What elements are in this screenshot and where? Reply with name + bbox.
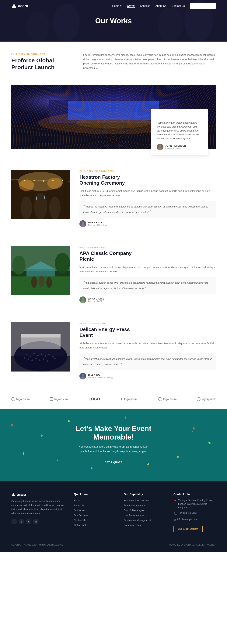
svg-point-69 bbox=[24, 357, 25, 359]
footer-link-works-anchor[interactable]: Our Works bbox=[74, 509, 86, 512]
nav-contact[interactable]: Contact Us bbox=[172, 4, 185, 7]
logo-1: logoipsum bbox=[11, 397, 30, 401]
footer-link-contact-anchor[interactable]: Contact Us bbox=[74, 519, 86, 522]
avatar-icon bbox=[157, 144, 163, 150]
svg-point-58 bbox=[37, 355, 39, 356]
logo4-icon: ✦ bbox=[120, 397, 123, 401]
footer-email-text: info@example.com bbox=[177, 518, 197, 522]
section4-inner: EVENT MANAGEMENT Delican Energy PressEve… bbox=[11, 322, 216, 380]
footer-link-contact[interactable]: Contact Us bbox=[74, 518, 116, 522]
get-quote-nav-button[interactable]: GET A QUOTE bbox=[190, 3, 216, 9]
logo-5: logoipsum bbox=[158, 397, 177, 401]
svg-point-67 bbox=[43, 358, 44, 360]
section2-author-info: MARY KATE Director of Hexatron bbox=[88, 221, 107, 226]
footer-cap-3[interactable]: Food & Beverages bbox=[124, 508, 166, 512]
footer-cap-4[interactable]: Live Performances bbox=[124, 514, 166, 517]
logo[interactable]: acara bbox=[11, 3, 28, 8]
linkedin-icon[interactable]: in bbox=[33, 519, 39, 524]
footer-quick-links: Home About Us Our Works Our Services Con… bbox=[74, 499, 116, 527]
footer-cap-5[interactable]: Destination Management bbox=[124, 518, 166, 522]
svg-point-47 bbox=[46, 277, 52, 288]
svg-rect-33 bbox=[36, 196, 37, 200]
section3-author: ANNA GRACE Director of APA bbox=[79, 296, 216, 303]
footer-cap-3-anchor[interactable]: Food & Beverages bbox=[124, 509, 144, 512]
section2-illustration bbox=[11, 170, 70, 219]
section1-tag: FULL-SERVICE PRODUCTION bbox=[11, 53, 76, 55]
footer-cap-6[interactable]: Company Picnic bbox=[124, 523, 166, 527]
svg-point-61 bbox=[48, 354, 50, 355]
footer-link-quote-anchor[interactable]: Get a Quote bbox=[74, 524, 87, 526]
section4-illustration bbox=[11, 322, 70, 372]
section2-body: Nisl, fusce dictum arcu id fames amet ma… bbox=[79, 189, 216, 198]
svg-point-60 bbox=[45, 355, 46, 357]
cta-body: Non consectetur libero enim vitae lorem … bbox=[74, 445, 153, 454]
nav-works[interactable]: Works bbox=[127, 4, 135, 8]
svg-point-57 bbox=[33, 353, 35, 354]
svg-rect-72 bbox=[21, 334, 61, 338]
author-title: CEO of Eroforce bbox=[165, 147, 186, 150]
cta-quote-button[interactable]: GET A QUOTE bbox=[100, 459, 127, 466]
section2-image bbox=[11, 170, 70, 219]
footer-cap-2[interactable]: Event Management bbox=[124, 504, 166, 507]
footer-cap-5-anchor[interactable]: Destination Management bbox=[124, 519, 151, 522]
section3-quote: "Sit placerat blandit sociis amet cras p… bbox=[79, 277, 216, 294]
section2-title: Hexatron FactoryOpening Ceremony bbox=[79, 174, 216, 186]
logo2-text: logoipsum' bbox=[54, 398, 68, 400]
section2-content: FULL-SERVICE PRODUCTION Hexatron Factory… bbox=[79, 170, 216, 227]
get-direction-button[interactable]: GET A DIRECTION bbox=[173, 526, 203, 532]
section3-avatar-icon bbox=[79, 296, 86, 303]
section4-author: BILLY JOE Manager of Delican Energy bbox=[79, 373, 216, 380]
footer-cap-2-anchor[interactable]: Event Management bbox=[124, 504, 145, 507]
svg-point-75 bbox=[81, 376, 85, 380]
footer-link-home-anchor[interactable]: Home bbox=[74, 499, 80, 502]
footer-capability-links: Full Service Production Event Management… bbox=[124, 499, 166, 527]
svg-point-62 bbox=[52, 356, 54, 358]
nav-services[interactable]: Services bbox=[140, 4, 150, 7]
section-delican: EVENT MANAGEMENT Delican Energy PressEve… bbox=[0, 313, 227, 389]
nav-home[interactable]: Home ▾ bbox=[112, 4, 121, 7]
logo6-icon bbox=[197, 397, 200, 401]
section3-avatar bbox=[79, 296, 86, 303]
footer-link-works[interactable]: Our Works bbox=[74, 508, 116, 512]
svg-point-37 bbox=[81, 224, 85, 227]
section1-quote-text: Risus fermentum ipsum suspendiase dictum… bbox=[157, 121, 203, 140]
section1-quote-author: JOHN PETERSON CEO of Eroforce bbox=[157, 144, 203, 150]
footer-cap-4-anchor[interactable]: Live Performances bbox=[124, 514, 144, 517]
footer-cap-6-anchor[interactable]: Company Picnic bbox=[124, 524, 141, 526]
footer-link-about[interactable]: About Us bbox=[74, 504, 116, 507]
hero-title: Our Works bbox=[95, 17, 132, 25]
confetti-8 bbox=[90, 466, 93, 469]
footer-link-about-anchor[interactable]: About Us bbox=[74, 504, 84, 507]
section4-quote-text: "Nunc velit purus scilicitudin posuere i… bbox=[83, 358, 212, 366]
svg-point-50 bbox=[81, 300, 85, 303]
svg-point-27 bbox=[43, 180, 44, 182]
section2-tag: FULL-SERVICE PRODUCTION bbox=[79, 170, 216, 172]
footer-cap-1[interactable]: Full Service Production bbox=[124, 499, 166, 502]
nav-about[interactable]: About Us bbox=[155, 4, 166, 7]
svg-point-64 bbox=[31, 360, 33, 361]
footer-email: ✉ info@example.com bbox=[173, 518, 216, 522]
facebook-icon[interactable]: f bbox=[11, 519, 17, 524]
footer-link-quote[interactable]: Get a Quote bbox=[74, 523, 116, 527]
twitter-icon[interactable]: t bbox=[19, 519, 24, 524]
logo6-text: logoipsum' bbox=[202, 398, 216, 400]
footer-cap-1-anchor[interactable]: Full Service Production bbox=[124, 499, 149, 502]
svg-point-63 bbox=[28, 358, 29, 360]
svg-point-46 bbox=[39, 276, 45, 287]
svg-point-26 bbox=[34, 180, 35, 181]
footer-link-services[interactable]: Our Services bbox=[74, 514, 116, 517]
footer-link-services-anchor[interactable]: Our Services bbox=[74, 514, 88, 517]
youtube-icon[interactable]: ▶ bbox=[26, 519, 31, 524]
logo-6: logoipsum' bbox=[197, 397, 216, 401]
svg-point-17 bbox=[159, 145, 161, 148]
svg-point-59 bbox=[41, 353, 42, 355]
svg-point-24 bbox=[17, 179, 18, 180]
footer-logo-text: acara bbox=[17, 493, 26, 496]
author-info: JOHN PETERSON CEO of Eroforce bbox=[165, 144, 186, 150]
cta-section: Let's Make Your EventMemorable! Non cons… bbox=[0, 409, 227, 481]
navbar: acara Home ▾ Works Services About Us Con… bbox=[0, 0, 227, 12]
footer-link-home[interactable]: Home bbox=[74, 499, 116, 502]
section3-image bbox=[11, 246, 70, 295]
logo5-text: logoipsum bbox=[163, 398, 177, 400]
footer-contact-heading: Contact Info bbox=[173, 492, 216, 496]
